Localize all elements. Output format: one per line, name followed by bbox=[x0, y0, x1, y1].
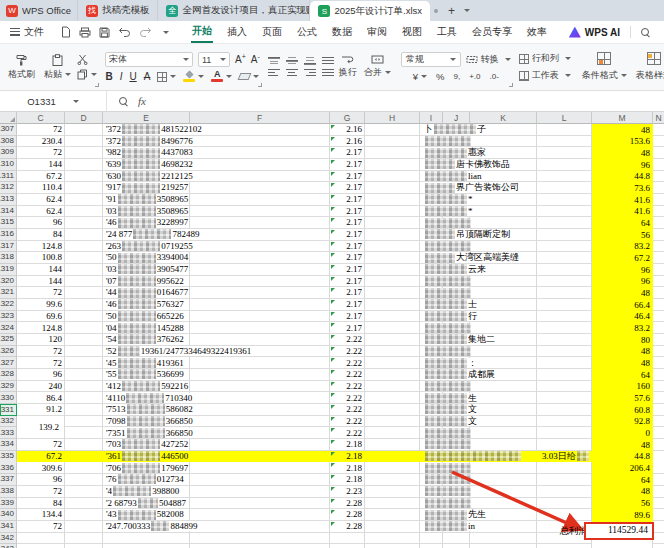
document-tab-1[interactable]: 找 找稿壳模板 bbox=[78, 0, 159, 21]
table-row[interactable]: 132772'454193612.22：48 bbox=[0, 357, 664, 369]
column-header[interactable]: K bbox=[470, 112, 537, 124]
align-top-icon[interactable] bbox=[268, 57, 280, 65]
redo-button[interactable] bbox=[139, 27, 152, 37]
percent-button[interactable]: % bbox=[436, 71, 444, 82]
wps-home-button[interactable]: W WPS Office bbox=[0, 0, 78, 21]
row-number[interactable]: 1317 bbox=[0, 241, 17, 253]
row-number[interactable]: 1311 bbox=[0, 171, 17, 183]
table-row[interactable]: 130772'3724815221022.16卜子48 bbox=[0, 124, 664, 136]
column-header[interactable]: M bbox=[592, 112, 653, 124]
column-header[interactable]: H bbox=[365, 112, 420, 124]
print-button[interactable] bbox=[79, 27, 91, 38]
quickbar-more-icon[interactable] bbox=[163, 31, 169, 34]
tab-insert[interactable]: 插入 bbox=[226, 22, 248, 42]
number-format-select[interactable]: 常规 bbox=[401, 52, 461, 67]
column-header[interactable]: J bbox=[443, 112, 470, 124]
row-number[interactable]: 1337 bbox=[0, 474, 17, 486]
tab-review[interactable]: 审阅 bbox=[366, 22, 388, 42]
table-row[interactable]: 131596'4632289972.1764 bbox=[0, 217, 664, 229]
align-right-icon[interactable] bbox=[304, 69, 316, 77]
tab-home[interactable]: 开始 bbox=[191, 21, 213, 43]
convert-button[interactable]: 转换 bbox=[466, 53, 511, 66]
row-number[interactable]: 1325 bbox=[0, 334, 17, 346]
table-row[interactable]: 1319144'0339054772.17云来96 bbox=[0, 264, 664, 276]
font-color-button[interactable]: A bbox=[211, 71, 232, 82]
undo-button[interactable] bbox=[118, 27, 131, 37]
row-number[interactable]: 1330 bbox=[0, 392, 17, 404]
worksheet-button[interactable]: 工作表 bbox=[519, 69, 571, 82]
column-header[interactable]: D bbox=[65, 112, 103, 124]
row-number[interactable]: 1313 bbox=[0, 194, 17, 206]
table-row[interactable]: 1317124.8'26307192552.1783.2 bbox=[0, 241, 664, 253]
row-number[interactable]: 1333 bbox=[0, 427, 17, 439]
underline-button[interactable]: U bbox=[129, 71, 136, 82]
row-number[interactable]: 1324 bbox=[0, 322, 17, 334]
table-row[interactable]: 1333'73513668502.220 bbox=[0, 427, 664, 439]
file-menu-button[interactable]: 文件 bbox=[0, 25, 53, 39]
grow-font-button[interactable]: A+ bbox=[235, 53, 246, 65]
align-middle-icon[interactable] bbox=[286, 57, 298, 65]
table-row[interactable]: 131167.2'63022121252.17lian44.8 bbox=[0, 171, 664, 183]
table-row[interactable]: 133984'2 687935048872.2856 bbox=[0, 498, 664, 510]
table-row[interactable]: 131684'24 8777824892.17吊顶隔断定制56 bbox=[0, 229, 664, 241]
cut-button[interactable] bbox=[77, 54, 97, 65]
bold-button[interactable]: B bbox=[105, 71, 112, 82]
table-row[interactable]: 1312110.4'9172192572.17界广告装饰公司73.6 bbox=[0, 182, 664, 194]
row-number[interactable]: 1307 bbox=[0, 124, 17, 136]
table-row[interactable]: 1342 bbox=[0, 533, 664, 545]
new-tab-button[interactable]: + bbox=[448, 4, 455, 18]
row-number[interactable]: 1308 bbox=[0, 136, 17, 148]
fill-color-button[interactable] bbox=[183, 71, 204, 82]
table-row[interactable]: 1325120'543762622.22集地二80 bbox=[0, 334, 664, 346]
table-row[interactable]: 1336309.6'7061796972.18206.4 bbox=[0, 462, 664, 474]
table-row[interactable]: 132672'5219361/24773346493224193612.2248 bbox=[0, 346, 664, 358]
row-number[interactable]: 1338 bbox=[0, 486, 17, 498]
table-row[interactable]: 133796'760127342.1864 bbox=[0, 474, 664, 486]
insert-function-button[interactable]: fx bbox=[138, 95, 146, 107]
row-number[interactable]: 1315 bbox=[0, 217, 17, 229]
clear-button[interactable] bbox=[239, 73, 259, 80]
table-row[interactable]: 134172'247.7003338848992.28in48 bbox=[0, 521, 664, 533]
table-row[interactable]: 133567.2'3614465002.183.03日给44.8 bbox=[0, 451, 664, 463]
column-header[interactable]: L bbox=[537, 112, 592, 124]
row-number[interactable]: 1335 bbox=[0, 451, 17, 463]
save-button[interactable] bbox=[99, 27, 110, 38]
tab-data[interactable]: 数据 bbox=[331, 22, 353, 42]
distribute-icon[interactable] bbox=[322, 57, 334, 65]
merge-cells-button[interactable]: 合并 bbox=[362, 55, 393, 79]
thousands-separator-button[interactable]: 9, bbox=[453, 72, 460, 81]
dialog-launcher-icon[interactable] bbox=[258, 83, 262, 87]
search-icon[interactable] bbox=[641, 28, 650, 37]
align-left-icon[interactable] bbox=[268, 69, 280, 77]
italic-button[interactable]: I bbox=[120, 71, 123, 82]
row-number[interactable]: 1326 bbox=[0, 346, 17, 358]
row-number[interactable]: 1320 bbox=[0, 276, 17, 288]
row-number[interactable]: 1316 bbox=[0, 229, 17, 241]
column-header[interactable]: I bbox=[420, 112, 443, 124]
row-number[interactable]: 1323 bbox=[0, 311, 17, 323]
table-row[interactable]: 132172'4401646772.1748 bbox=[0, 287, 664, 299]
column-header[interactable]: F bbox=[190, 112, 330, 124]
font-size-select[interactable]: 11 bbox=[198, 52, 230, 67]
tab-tools[interactable]: 工具 bbox=[436, 22, 458, 42]
table-row[interactable]: 1308230.4'37284967762.16153.6 bbox=[0, 136, 664, 148]
tab-formula[interactable]: 公式 bbox=[296, 22, 318, 42]
name-box[interactable]: O1331 bbox=[0, 91, 107, 111]
table-row[interactable]: 133191.2'75135860822.22文60.8 bbox=[0, 404, 664, 416]
table-row[interactable]: 131462.4'0335089652.17*41.6 bbox=[0, 206, 664, 218]
rows-columns-button[interactable]: 行和列 bbox=[519, 52, 571, 65]
row-number[interactable]: 1321 bbox=[0, 287, 17, 299]
row-number[interactable]: 1312 bbox=[0, 182, 17, 194]
row-number[interactable]: 1309 bbox=[0, 147, 17, 159]
document-tab-2[interactable]: 全 全网首发设计项目，真正实现赚钱. bbox=[158, 0, 310, 21]
dialog-launcher-icon[interactable] bbox=[95, 83, 99, 87]
paste-button[interactable]: 粘贴 bbox=[41, 53, 74, 82]
row-number[interactable]: 1314 bbox=[0, 206, 17, 218]
table-row[interactable]: 130972'98244370832.17惠家48 bbox=[0, 147, 664, 159]
row-number[interactable]: 1310 bbox=[0, 159, 17, 171]
row-number[interactable]: 1341 bbox=[0, 521, 17, 533]
column-header[interactable]: N bbox=[653, 112, 664, 124]
table-row[interactable]: 1332139.2'70983668502.22文92.8 bbox=[0, 416, 664, 428]
table-row[interactable]: 1310144'63946982322.17唐卡佛教饰品96 bbox=[0, 159, 664, 171]
row-number[interactable]: 1336 bbox=[0, 462, 17, 474]
